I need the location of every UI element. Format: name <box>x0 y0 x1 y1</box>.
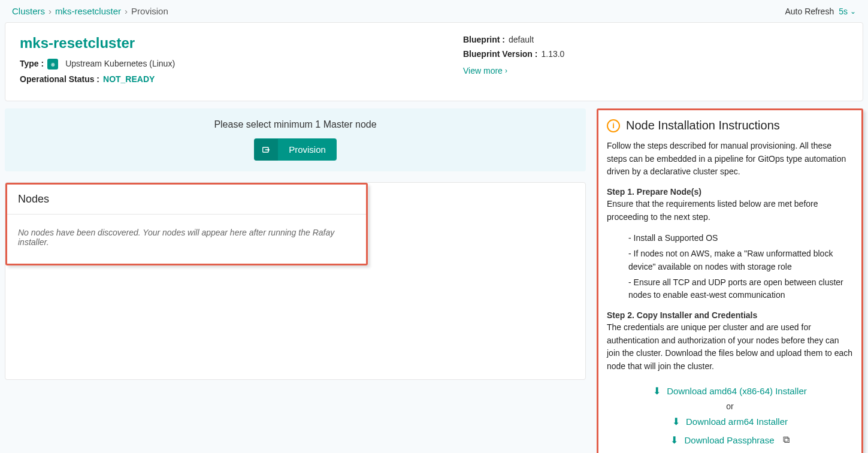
step1-title: Step 1. Prepare Node(s) <box>607 187 853 197</box>
download-icon: ⬇ <box>672 416 680 427</box>
or-text: or <box>607 401 853 411</box>
provision-banner: Please select minimum 1 Master node Prov… <box>5 108 586 171</box>
step1-list: Install a Supported OS If nodes not on A… <box>607 232 853 301</box>
nodes-highlight: Nodes No nodes have been discovered. You… <box>5 183 368 265</box>
download-arm64-link[interactable]: ⬇ Download arm64 Installer <box>672 416 788 427</box>
op-status-label: Operational Status : <box>20 74 99 84</box>
step1-item: Ensure all TCP and UDP ports are open be… <box>628 276 853 302</box>
view-more-label: View more <box>463 66 503 76</box>
op-status-value: NOT_READY <box>103 74 155 84</box>
nodes-card: Nodes No nodes have been discovered. You… <box>5 182 586 380</box>
cluster-name: mks-resetcluster <box>20 35 427 52</box>
type-value: Upstream Kubernetes (Linux) <box>65 59 175 70</box>
chevron-right-icon: › <box>505 67 507 75</box>
download-arm64-label: Download arm64 Installer <box>686 416 788 427</box>
blueprint-version-label: Blueprint Version : <box>463 49 537 59</box>
download-icon: ⬇ <box>670 434 678 446</box>
breadcrumb-cluster[interactable]: mks-resetcluster <box>55 6 121 16</box>
provision-button-label: Provision <box>278 138 337 161</box>
auto-refresh-value: 5s <box>839 7 848 16</box>
download-amd64-link[interactable]: ⬇ Download amd64 (x86-64) Installer <box>653 385 806 397</box>
breadcrumb: Clusters › mks-resetcluster › Provision <box>12 6 168 16</box>
blueprint-value: default <box>509 35 534 44</box>
nodes-title: Nodes <box>7 185 366 215</box>
nodes-empty-message: No nodes have been discovered. Your node… <box>7 215 366 264</box>
breadcrumb-clusters[interactable]: Clusters <box>12 6 45 16</box>
chevron-down-icon: ⌄ <box>850 7 856 16</box>
type-label: Type : <box>20 59 44 70</box>
auto-refresh-label: Auto Refresh <box>785 7 834 16</box>
step2-title: Step 2. Copy Installer and Credentials <box>607 310 853 320</box>
kubernetes-icon: ⎈ <box>47 59 58 70</box>
step1-item: If nodes not on AWS, make a "Raw unforma… <box>628 247 853 273</box>
download-passphrase-link[interactable]: ⬇ Download Passphrase <box>670 434 774 446</box>
blueprint-version-value: 1.13.0 <box>541 49 564 59</box>
download-amd64-label: Download amd64 (x86-64) Installer <box>667 386 806 396</box>
download-passphrase-label: Download Passphrase <box>684 435 774 445</box>
breadcrumb-sep-icon: › <box>49 6 52 16</box>
provision-message: Please select minimum 1 Master node <box>16 119 575 130</box>
download-icon: ⬇ <box>653 385 661 397</box>
step1-item: Install a Supported OS <box>628 232 853 245</box>
instructions-card: i Node Installation Instructions Follow … <box>597 108 863 453</box>
view-more-link[interactable]: View more › <box>463 66 507 76</box>
step1-text: Ensure that the requirements listed belo… <box>607 198 853 224</box>
blueprint-label: Blueprint : <box>463 35 505 44</box>
step2-text: The credentials are unique per cluster a… <box>607 321 853 373</box>
provision-icon <box>254 139 278 161</box>
breadcrumb-current: Provision <box>131 6 168 16</box>
breadcrumb-sep-icon: › <box>125 6 128 16</box>
instructions-intro: Follow the steps described for manual pr… <box>607 140 853 179</box>
instructions-title: Node Installation Instructions <box>626 119 780 132</box>
provision-button[interactable]: Provision <box>254 138 337 161</box>
copy-icon[interactable]: ⧉ <box>783 434 790 445</box>
auto-refresh[interactable]: Auto Refresh 5s ⌄ <box>785 7 856 16</box>
cluster-header-card: mks-resetcluster Type : ⎈ Upstream Kuber… <box>5 22 863 101</box>
info-icon: i <box>607 119 620 132</box>
